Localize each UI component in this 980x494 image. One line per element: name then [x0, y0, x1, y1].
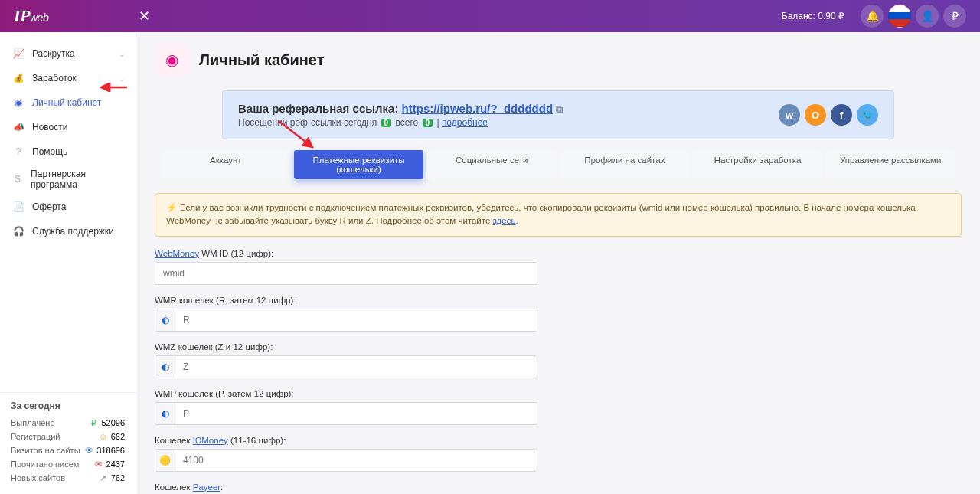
stat-row: Визитов на сайты👁318696: [11, 443, 125, 457]
main-content: ◉ Личный кабинет Ваша реферальная ссылка…: [136, 32, 980, 494]
tab-profiles[interactable]: Профили на сайтах: [560, 150, 690, 179]
currency-icon[interactable]: ₽: [943, 5, 966, 28]
copy-icon[interactable]: ⧉: [556, 103, 563, 115]
webmoney-icon: ◐: [155, 356, 175, 378]
tabs: Аккаунт Платежные реквизиты (кошельки) С…: [155, 150, 962, 179]
sidebar-item-earnings[interactable]: 💰Заработок⌄: [0, 66, 136, 90]
money-icon: 💰: [11, 70, 26, 86]
tab-payment[interactable]: Платежные реквизиты (кошельки): [294, 150, 424, 179]
social-share: w O f 🐦: [779, 104, 878, 126]
page-title: Личный кабинет: [199, 51, 324, 69]
user-icon[interactable]: 👤: [916, 5, 939, 28]
yoomoney-link[interactable]: ЮMoney: [193, 436, 228, 445]
field-yoomoney: Кошелек ЮMoney (11-16 цифр): 🟡: [155, 436, 962, 472]
chevron-down-icon: ⌄: [119, 50, 125, 58]
tab-mailings[interactable]: Управление рассылками: [825, 150, 956, 179]
stat-row: Прочитано писем✉2437: [11, 457, 125, 471]
sidebar-item-promotion[interactable]: 📈Раскрутка⌄: [0, 41, 136, 66]
webmoney-icon: ◐: [155, 309, 175, 331]
payeer-link[interactable]: Payeer: [193, 483, 220, 492]
sidebar-item-account[interactable]: ◉Личный кабинет: [0, 90, 136, 115]
megaphone-icon: 📣: [11, 119, 26, 135]
field-wmr: WMR кошелек (R, затем 12 цифр): ◐: [155, 296, 962, 332]
webmoney-icon: ◐: [155, 403, 175, 424]
headset-icon: 🎧: [11, 224, 26, 239]
stats-title: За сегодня: [11, 401, 125, 411]
logo[interactable]: IPweb: [14, 6, 48, 26]
user-icon: ◉: [11, 95, 26, 110]
sidebar-item-help[interactable]: ?Помощь: [0, 139, 136, 164]
language-flag-icon[interactable]: [888, 5, 911, 28]
wmp-input[interactable]: [175, 403, 537, 424]
field-payeer: Кошелек Payeer: Ⓟ: [155, 483, 962, 495]
today-stats: За сегодня Выплачено₽52096 Регистраций☺6…: [0, 392, 136, 494]
bolt-icon: ⚡: [166, 203, 177, 212]
tab-account[interactable]: Аккаунт: [161, 150, 291, 179]
field-wmid: WebMoney WM ID (12 цифр):: [155, 249, 962, 285]
field-wmp: WMP кошелек (P, затем 12 цифр): ◐: [155, 389, 962, 425]
vk-icon[interactable]: w: [779, 104, 800, 126]
tab-social[interactable]: Социальные сети: [426, 150, 557, 179]
yoomoney-input[interactable]: [175, 450, 537, 471]
sidebar-item-support[interactable]: 🎧Служба поддержки: [0, 219, 136, 244]
ok-icon[interactable]: O: [805, 104, 826, 126]
chart-icon: 📈: [11, 46, 26, 61]
warning-box: ⚡Если у вас возникли трудности с подключ…: [155, 193, 962, 237]
stat-row: Регистраций☺662: [11, 430, 125, 443]
webmoney-link[interactable]: WebMoney: [155, 249, 199, 258]
wmr-input[interactable]: [175, 309, 537, 331]
chevron-down-icon: ⌄: [119, 74, 125, 83]
top-header: IPweb ✕ Баланс: 0.90 ₽ 🔔 👤 ₽: [0, 0, 980, 32]
wmid-input[interactable]: [155, 263, 537, 284]
sidebar-item-offer[interactable]: 📄Оферта: [0, 195, 136, 219]
bell-icon[interactable]: 🔔: [861, 5, 884, 28]
dollar-icon: $: [11, 172, 24, 187]
wmz-input[interactable]: [175, 356, 537, 378]
page-avatar-icon: ◉: [155, 43, 188, 77]
yoomoney-icon: 🟡: [155, 450, 175, 471]
twitter-icon[interactable]: 🐦: [857, 104, 878, 126]
sidebar: 📈Раскрутка⌄ 💰Заработок⌄ ◉Личный кабинет …: [0, 32, 136, 494]
balance-label: Баланс: 0.90 ₽: [782, 11, 844, 21]
sidebar-item-affiliate[interactable]: $Партнерская программа: [0, 164, 136, 195]
stat-row: Новых сайтов↗762: [11, 471, 125, 485]
sidebar-item-news[interactable]: 📣Новости: [0, 115, 136, 139]
question-icon: ?: [11, 144, 26, 159]
referral-card: Ваша реферальная ссылка: https://ipweb.r…: [222, 90, 894, 139]
field-wmz: WMZ кошелек (Z и 12 цифр): ◐: [155, 342, 962, 378]
close-icon[interactable]: ✕: [139, 8, 150, 25]
stat-row: Выплачено₽52096: [11, 416, 125, 430]
more-link[interactable]: подробнее: [442, 117, 488, 128]
facebook-icon[interactable]: f: [831, 104, 852, 126]
warning-link[interactable]: здесь: [493, 216, 516, 225]
tab-earn-settings[interactable]: Настройки заработка: [693, 150, 823, 179]
document-icon: 📄: [11, 199, 26, 214]
referral-title: Ваша реферальная ссылка:: [238, 102, 398, 115]
referral-link[interactable]: https://ipweb.ru/?_ddddddd: [402, 102, 553, 115]
